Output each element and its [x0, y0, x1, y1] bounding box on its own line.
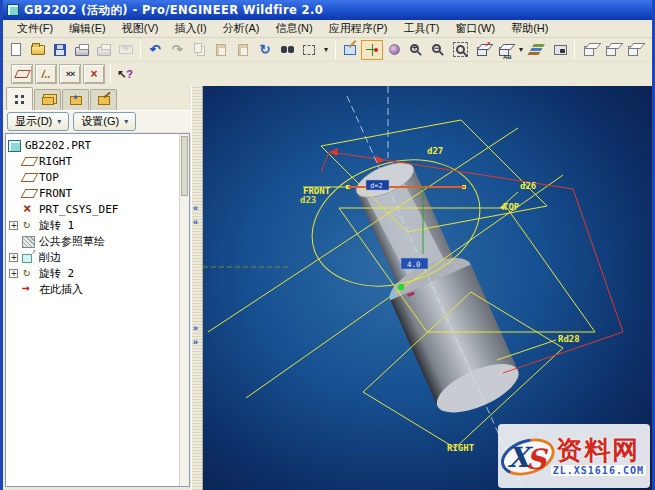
menu-file[interactable]: 文件(F) [9, 20, 61, 37]
window-title: GB2202 (活动的) - Pro/ENGINEER Wildfire 2.0 [24, 3, 323, 18]
layers-icon [532, 44, 545, 47]
connections-folder-icon [98, 96, 110, 105]
layers-button[interactable] [527, 40, 549, 60]
tree-item-insert-here[interactable]: 在此插入 [7, 281, 188, 297]
tree-item-top[interactable]: TOP [7, 169, 188, 185]
redo-button: ↷ [166, 40, 188, 60]
undo-button[interactable]: ↶ [144, 40, 166, 60]
dim-rd28-label[interactable]: Rd28 [558, 334, 580, 344]
context-help-icon: ↖? [117, 68, 133, 81]
menu-analysis[interactable]: 分析(A) [215, 20, 268, 37]
expand-right-icon[interactable]: » [193, 338, 198, 347]
regenerate-icon: ↻ [260, 43, 271, 56]
tree-scrollbar[interactable] [179, 134, 189, 486]
collapse-left-icon[interactable]: « [193, 204, 198, 213]
model-tree: GB2202.PRT RIGHT TOP FRONT PRT_CSYS_DEF [5, 133, 190, 487]
datum-plane-toggle[interactable] [11, 64, 33, 84]
favorites-folder-icon [70, 96, 82, 105]
menu-view[interactable]: 视图(V) [114, 20, 167, 37]
watermark-site-name: 资料网 [556, 436, 640, 465]
show-button[interactable]: 显示(D) [7, 112, 69, 131]
menu-edit[interactable]: 编辑(E) [61, 20, 114, 37]
expander-icon[interactable] [9, 253, 18, 262]
tree-item-front[interactable]: FRONT [7, 185, 188, 201]
save-button[interactable] [49, 40, 71, 60]
connections-tab[interactable] [90, 89, 117, 110]
wireframe-button[interactable] [578, 40, 600, 60]
favorites-tab[interactable] [62, 89, 89, 110]
expander-icon[interactable] [9, 269, 18, 278]
menu-tools[interactable]: 工具(T) [395, 20, 447, 37]
new-file-button[interactable] [5, 40, 27, 60]
title-bar: GB2202 (活动的) - Pro/ENGINEER Wildfire 2.0 [3, 0, 652, 20]
datum-plane-icon [21, 171, 36, 183]
zoom-out-button[interactable] [427, 40, 449, 60]
refit-button[interactable] [449, 40, 471, 60]
datum-point-toggle[interactable]: ×× [59, 64, 81, 84]
orient-mode-icon [389, 44, 400, 55]
right-plane-label[interactable]: RIGHT [447, 443, 475, 453]
tree-item-prt-csys-def[interactable]: PRT_CSYS_DEF [7, 201, 188, 217]
datum-axis-toggle[interactable]: /.. [35, 64, 57, 84]
no-hidden-icon [628, 46, 638, 56]
tree-item-gb2202-prt[interactable]: GB2202.PRT [7, 137, 188, 153]
zoom-out-icon [432, 44, 441, 53]
saved-views-dropdown[interactable]: ▾ [515, 40, 527, 60]
navigator-tabs [3, 86, 191, 110]
hidden-line-button[interactable] [600, 40, 622, 60]
expander-icon[interactable] [9, 221, 18, 230]
toolbar-separator [335, 41, 336, 59]
dim-d26-label[interactable]: d26 [520, 181, 536, 191]
view-manager-button[interactable] [549, 40, 571, 60]
zoom-in-button[interactable] [405, 40, 427, 60]
select-area-button[interactable] [298, 40, 320, 60]
expand-right-icon[interactable]: » [193, 324, 198, 333]
repaint-button[interactable] [339, 40, 361, 60]
paste-special-button [232, 40, 254, 60]
dim-d23-label[interactable]: d23 [300, 195, 316, 205]
top-plane-label[interactable]: TOP [503, 202, 520, 212]
refit-icon [453, 42, 468, 57]
print-button[interactable] [71, 40, 93, 60]
folder-browser-tab[interactable] [34, 89, 61, 110]
settings-button[interactable]: 设置(G) [73, 112, 136, 131]
regenerate-button[interactable]: ↻ [254, 40, 276, 60]
spin-center-button[interactable] [361, 40, 383, 60]
view-manager-icon [554, 45, 567, 55]
model-tree-tab[interactable] [6, 87, 33, 110]
menu-insert[interactable]: 插入(I) [166, 20, 214, 37]
dim-tag-text[interactable]: d=2 [370, 182, 383, 190]
menu-help[interactable]: 帮助(H) [503, 20, 556, 37]
navigator-splitter[interactable]: « « » » [191, 86, 203, 490]
orient-mode-button[interactable] [383, 40, 405, 60]
find-button[interactable] [276, 40, 298, 60]
menu-applications[interactable]: 应用程序(P) [321, 20, 396, 37]
menu-info[interactable]: 信息(N) [267, 20, 320, 37]
dim-d27-label[interactable]: d27 [427, 146, 443, 156]
toolbar-separator [140, 41, 141, 59]
tree-item-right[interactable]: RIGHT [7, 153, 188, 169]
menu-window[interactable]: 窗口(W) [447, 20, 503, 37]
graphics-viewport[interactable]: d=2 4.0 FRONT d23 d27 d26 TOP Rd28 RIGHT… [203, 86, 652, 490]
dim-tag-text[interactable]: 4.0 [407, 260, 421, 269]
paste-button [210, 40, 232, 60]
watermark-site-url: ZL.XS1616.COM [551, 465, 646, 476]
paste-special-icon [238, 44, 248, 56]
context-help-button[interactable]: ↖? [114, 64, 136, 84]
navigator-panel: 显示(D) 设置(G) GB2202.PRT RIGHT TOP FRONT [3, 86, 191, 490]
chevron-down-icon: ▾ [324, 46, 328, 54]
saved-views-icon: AB [499, 47, 509, 56]
saved-views-button[interactable]: AB [493, 40, 515, 60]
datum-csys-toggle[interactable]: × [83, 64, 105, 84]
tree-item-revolve-2[interactable]: 旋转 2 [7, 265, 188, 281]
select-area-dropdown[interactable]: ▾ [320, 40, 332, 60]
open-file-button[interactable] [27, 40, 49, 60]
open-file-icon [31, 45, 45, 55]
undo-icon: ↶ [150, 43, 161, 56]
spin-center-icon [366, 44, 378, 56]
collapse-left-icon[interactable]: « [193, 218, 198, 227]
tree-item-chamfer[interactable]: 削边 [7, 249, 188, 265]
no-hidden-button[interactable] [622, 40, 644, 60]
reorient-view-button[interactable] [471, 40, 493, 60]
tree-item-revolve-1[interactable]: 旋转 1 [7, 217, 188, 233]
